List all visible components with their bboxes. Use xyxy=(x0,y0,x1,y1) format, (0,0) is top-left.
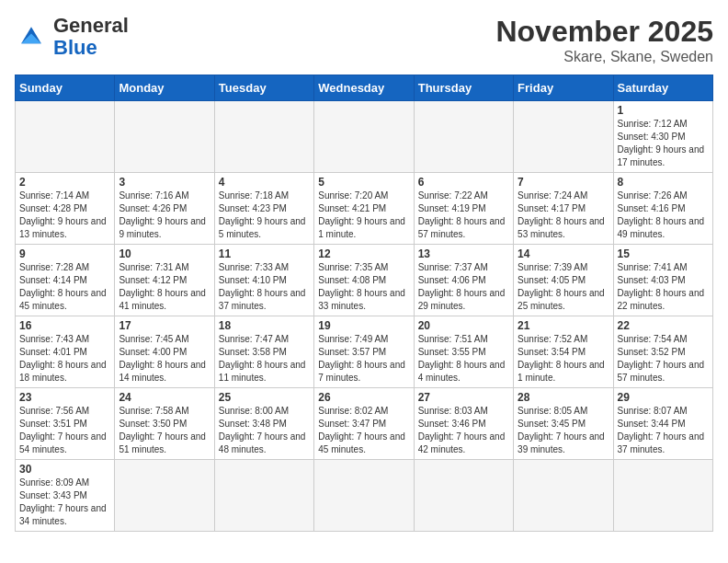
day-info: Sunrise: 7:22 AM Sunset: 4:19 PM Dayligh… xyxy=(418,190,509,241)
calendar-day-cell: 20Sunrise: 7:51 AM Sunset: 3:55 PM Dayli… xyxy=(414,316,513,388)
day-number: 3 xyxy=(119,176,210,189)
calendar-day-cell xyxy=(514,101,613,173)
day-info: Sunrise: 7:52 AM Sunset: 3:54 PM Dayligh… xyxy=(518,333,609,385)
day-info: Sunrise: 7:12 AM Sunset: 4:30 PM Dayligh… xyxy=(618,118,709,169)
day-info: Sunrise: 7:35 AM Sunset: 4:08 PM Dayligh… xyxy=(318,261,409,313)
day-number: 15 xyxy=(618,247,709,260)
calendar-day-cell: 1Sunrise: 7:12 AM Sunset: 4:30 PM Daylig… xyxy=(613,101,712,173)
day-number: 29 xyxy=(618,391,709,404)
day-number: 24 xyxy=(119,391,210,404)
calendar-day-cell xyxy=(214,460,313,532)
calendar-day-cell: 15Sunrise: 7:41 AM Sunset: 4:03 PM Dayli… xyxy=(613,245,712,316)
calendar-week-row: 16Sunrise: 7:43 AM Sunset: 4:01 PM Dayli… xyxy=(16,316,713,388)
location-title: Skare, Skane, Sweden xyxy=(495,49,713,65)
logo-icon xyxy=(15,20,48,53)
day-info: Sunrise: 7:51 AM Sunset: 3:55 PM Dayligh… xyxy=(418,333,509,385)
logo-text: GeneralBlue xyxy=(53,15,129,59)
day-info: Sunrise: 7:49 AM Sunset: 3:57 PM Dayligh… xyxy=(318,333,409,385)
calendar-day-cell: 23Sunrise: 7:56 AM Sunset: 3:51 PM Dayli… xyxy=(16,388,115,460)
calendar-day-cell: 10Sunrise: 7:31 AM Sunset: 4:12 PM Dayli… xyxy=(115,245,214,316)
day-number: 26 xyxy=(318,391,409,404)
day-info: Sunrise: 7:33 AM Sunset: 4:10 PM Dayligh… xyxy=(219,261,310,313)
day-info: Sunrise: 7:37 AM Sunset: 4:06 PM Dayligh… xyxy=(418,261,509,313)
day-info: Sunrise: 7:16 AM Sunset: 4:26 PM Dayligh… xyxy=(119,190,210,241)
day-info: Sunrise: 7:18 AM Sunset: 4:23 PM Dayligh… xyxy=(219,190,310,241)
day-info: Sunrise: 7:56 AM Sunset: 3:51 PM Dayligh… xyxy=(19,405,110,456)
calendar-day-header: Sunday xyxy=(16,75,115,101)
calendar-day-cell: 3Sunrise: 7:16 AM Sunset: 4:26 PM Daylig… xyxy=(115,173,214,245)
day-number: 12 xyxy=(318,247,409,260)
calendar-day-cell xyxy=(414,101,513,173)
calendar-week-row: 23Sunrise: 7:56 AM Sunset: 3:51 PM Dayli… xyxy=(16,388,713,460)
day-number: 16 xyxy=(19,319,110,332)
calendar-day-cell: 16Sunrise: 7:43 AM Sunset: 4:01 PM Dayli… xyxy=(16,316,115,388)
calendar-day-cell xyxy=(414,460,513,532)
day-number: 14 xyxy=(518,247,609,260)
day-number: 5 xyxy=(318,176,409,189)
day-number: 8 xyxy=(618,176,709,189)
day-info: Sunrise: 7:58 AM Sunset: 3:50 PM Dayligh… xyxy=(119,405,210,456)
calendar-day-header: Thursday xyxy=(414,75,513,101)
day-info: Sunrise: 8:03 AM Sunset: 3:46 PM Dayligh… xyxy=(418,405,509,456)
title-area: November 2025 Skare, Skane, Sweden xyxy=(495,15,713,65)
day-info: Sunrise: 7:28 AM Sunset: 4:14 PM Dayligh… xyxy=(19,261,110,313)
day-number: 23 xyxy=(19,391,110,404)
day-info: Sunrise: 7:26 AM Sunset: 4:16 PM Dayligh… xyxy=(618,190,709,241)
day-info: Sunrise: 8:09 AM Sunset: 3:43 PM Dayligh… xyxy=(19,477,110,528)
day-number: 19 xyxy=(318,319,409,332)
calendar-day-cell: 22Sunrise: 7:54 AM Sunset: 3:52 PM Dayli… xyxy=(613,316,712,388)
calendar-day-cell xyxy=(214,101,313,173)
calendar-day-header: Wednesday xyxy=(314,75,414,101)
day-number: 10 xyxy=(119,247,210,260)
calendar-day-cell: 9Sunrise: 7:28 AM Sunset: 4:14 PM Daylig… xyxy=(16,245,115,316)
calendar-day-cell: 19Sunrise: 7:49 AM Sunset: 3:57 PM Dayli… xyxy=(314,316,414,388)
calendar-day-cell: 4Sunrise: 7:18 AM Sunset: 4:23 PM Daylig… xyxy=(214,173,313,245)
day-number: 21 xyxy=(518,319,609,332)
calendar-week-row: 1Sunrise: 7:12 AM Sunset: 4:30 PM Daylig… xyxy=(16,101,713,173)
calendar-day-cell xyxy=(115,460,214,532)
day-number: 2 xyxy=(19,176,110,189)
day-number: 18 xyxy=(219,319,310,332)
day-info: Sunrise: 7:43 AM Sunset: 4:01 PM Dayligh… xyxy=(19,333,110,385)
day-info: Sunrise: 7:47 AM Sunset: 3:58 PM Dayligh… xyxy=(219,333,310,385)
calendar-day-cell: 28Sunrise: 8:05 AM Sunset: 3:45 PM Dayli… xyxy=(514,388,613,460)
day-number: 27 xyxy=(418,391,509,404)
day-info: Sunrise: 7:20 AM Sunset: 4:21 PM Dayligh… xyxy=(318,190,409,241)
calendar-day-cell: 18Sunrise: 7:47 AM Sunset: 3:58 PM Dayli… xyxy=(214,316,313,388)
day-number: 1 xyxy=(618,104,709,117)
calendar-day-cell: 11Sunrise: 7:33 AM Sunset: 4:10 PM Dayli… xyxy=(214,245,313,316)
day-number: 30 xyxy=(19,463,110,476)
logo: GeneralBlue xyxy=(15,15,129,59)
calendar-day-cell: 12Sunrise: 7:35 AM Sunset: 4:08 PM Dayli… xyxy=(314,245,414,316)
day-number: 28 xyxy=(518,391,609,404)
day-number: 11 xyxy=(219,247,310,260)
calendar-header-row: SundayMondayTuesdayWednesdayThursdayFrid… xyxy=(16,75,713,101)
calendar-day-cell xyxy=(16,101,115,173)
calendar-day-cell: 25Sunrise: 8:00 AM Sunset: 3:48 PM Dayli… xyxy=(214,388,313,460)
day-number: 4 xyxy=(219,176,310,189)
day-info: Sunrise: 7:54 AM Sunset: 3:52 PM Dayligh… xyxy=(618,333,709,385)
calendar-week-row: 2Sunrise: 7:14 AM Sunset: 4:28 PM Daylig… xyxy=(16,173,713,245)
calendar-week-row: 30Sunrise: 8:09 AM Sunset: 3:43 PM Dayli… xyxy=(16,460,713,532)
month-title: November 2025 xyxy=(495,15,713,49)
calendar-day-cell: 8Sunrise: 7:26 AM Sunset: 4:16 PM Daylig… xyxy=(613,173,712,245)
calendar-week-row: 9Sunrise: 7:28 AM Sunset: 4:14 PM Daylig… xyxy=(16,245,713,316)
calendar-day-cell: 5Sunrise: 7:20 AM Sunset: 4:21 PM Daylig… xyxy=(314,173,414,245)
day-info: Sunrise: 8:07 AM Sunset: 3:44 PM Dayligh… xyxy=(618,405,709,456)
day-info: Sunrise: 8:05 AM Sunset: 3:45 PM Dayligh… xyxy=(518,405,609,456)
day-number: 22 xyxy=(618,319,709,332)
day-number: 7 xyxy=(518,176,609,189)
calendar-day-cell: 7Sunrise: 7:24 AM Sunset: 4:17 PM Daylig… xyxy=(514,173,613,245)
day-info: Sunrise: 7:24 AM Sunset: 4:17 PM Dayligh… xyxy=(518,190,609,241)
day-number: 13 xyxy=(418,247,509,260)
calendar-day-header: Saturday xyxy=(613,75,712,101)
calendar-day-cell: 30Sunrise: 8:09 AM Sunset: 3:43 PM Dayli… xyxy=(16,460,115,532)
day-info: Sunrise: 7:14 AM Sunset: 4:28 PM Dayligh… xyxy=(19,190,110,241)
calendar-day-cell xyxy=(514,460,613,532)
calendar-day-cell xyxy=(613,460,712,532)
day-info: Sunrise: 7:45 AM Sunset: 4:00 PM Dayligh… xyxy=(119,333,210,385)
calendar-day-cell: 6Sunrise: 7:22 AM Sunset: 4:19 PM Daylig… xyxy=(414,173,513,245)
calendar-day-cell xyxy=(314,101,414,173)
day-number: 20 xyxy=(418,319,509,332)
day-info: Sunrise: 8:00 AM Sunset: 3:48 PM Dayligh… xyxy=(219,405,310,456)
